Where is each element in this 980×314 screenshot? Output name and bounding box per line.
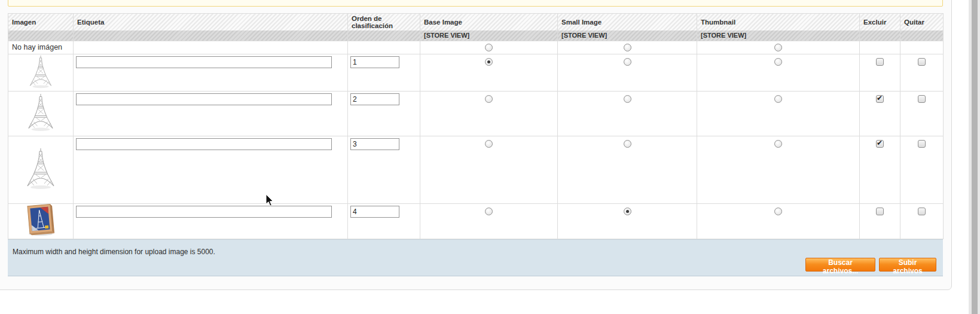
base-image-cell [420,54,558,91]
max-dimension-note: Maximum width and height dimension for u… [13,248,215,256]
base-image-radio[interactable] [485,208,493,215]
exclude-checkbox[interactable] [876,208,884,215]
remove-cell [900,203,944,239]
no-image-cell: No hay imágen [8,41,74,54]
mouse-cursor [265,194,274,207]
exclude-cell [860,91,900,136]
image-cell [8,203,74,239]
store-view-text: [STORE VIEW] [701,32,746,39]
small-image-radio[interactable] [624,140,631,148]
store-view-scope-label: [STORE VIEW] [420,31,558,41]
label-cell [74,91,348,136]
vertical-scrollbar-track[interactable] [969,0,980,314]
exclude-cell [860,203,900,239]
image-row-2 [8,91,944,136]
column-header-etiqueta: Etiqueta [74,14,348,31]
remove-cell [900,136,944,203]
small-image-radio[interactable] [624,208,631,215]
column-header-excluir: Excluir [860,14,900,31]
remove-cell [900,41,944,54]
column-subheader-empty [74,31,348,41]
exclude-cell [860,54,900,91]
base-image-cell [420,203,558,239]
small-image-radio[interactable] [624,44,631,51]
thumbnail-cell [697,136,860,203]
column-header-label: Excluir [863,19,886,26]
image-row-3 [8,136,944,203]
thumbnail-cell [697,203,860,239]
small-image-cell [558,136,697,203]
label-input[interactable] [76,206,332,218]
sort-order-cell [348,54,420,91]
sort-order-input[interactable] [350,206,399,218]
store-view-scope-label: [STORE VIEW] [558,31,697,41]
column-header-label: Small Image [561,19,602,26]
sort-order-cell [348,91,420,136]
sort-order-input[interactable] [350,93,399,105]
remove-checkbox[interactable] [918,140,926,148]
remove-checkbox[interactable] [918,95,926,103]
thumbnail-radio[interactable] [774,95,782,103]
label-cell [74,54,348,91]
sort-order-input[interactable] [350,138,399,150]
image-cell [8,136,74,203]
remove-cell [900,54,944,91]
small-image-cell [558,41,697,54]
upload-footer: Maximum width and height dimension for u… [8,239,943,276]
column-header-label: Etiqueta [77,19,104,26]
sort-order-cell [348,203,420,239]
column-header-orden: Orden de clasificación [348,14,420,31]
base-image-radio[interactable] [485,44,493,51]
exclude-cell [860,136,900,203]
sort-order-input[interactable] [350,56,399,68]
remove-checkbox[interactable] [918,208,926,215]
label-input[interactable] [76,138,332,150]
small-image-cell [558,54,697,91]
sort-order-cell [348,41,420,54]
column-subheader-empty [348,31,420,41]
base-image-cell [420,91,558,136]
upload-files-button[interactable]: Subir archivos [879,258,936,272]
thumbnail-radio[interactable] [774,44,782,51]
product-box-thumbnail [26,204,56,236]
remove-checkbox[interactable] [918,58,926,66]
small-image-radio[interactable] [624,95,631,103]
column-header-base-image: Base Image [420,14,558,31]
label-input[interactable] [76,56,332,68]
column-header-label: Thumbnail [701,19,735,26]
image-cell [8,54,74,91]
column-subheader-empty [860,31,900,41]
label-input[interactable] [76,93,332,105]
column-subheader-empty [900,31,944,41]
browse-files-button[interactable]: Buscar archivos... [805,258,875,272]
product-images-grid: Imagen Etiqueta Orden de clasificación B… [8,13,944,239]
small-image-radio[interactable] [624,58,631,66]
thumbnail-radio[interactable] [774,208,782,215]
thumbnail-cell [697,54,860,91]
column-header-label: Quitar [904,19,924,26]
no-image-row: No hay imágen [8,41,944,54]
eiffel-tower-thumbnail [29,55,53,89]
thumbnail-radio[interactable] [774,140,782,148]
exclude-checkbox[interactable] [876,58,884,66]
label-cell [74,203,348,239]
column-header-thumbnail: Thumbnail [697,14,860,31]
eiffel-tower-thumbnail [25,93,56,132]
small-image-cell [558,91,697,136]
thumbnail-cell [697,91,860,136]
base-image-cell [420,41,558,54]
base-image-radio[interactable] [485,95,493,103]
store-view-text: [STORE VIEW] [424,32,469,39]
column-header-small-image: Small Image [558,14,697,31]
exclude-checkbox[interactable] [876,140,884,148]
thumbnail-radio[interactable] [774,58,782,66]
base-image-radio[interactable] [485,140,493,148]
vertical-scrollbar-thumb[interactable] [972,0,978,314]
image-cell [8,91,74,136]
exclude-checkbox[interactable] [876,95,884,103]
base-image-radio[interactable] [485,58,493,66]
base-image-cell [420,136,558,203]
column-subheader-empty [8,31,74,41]
sort-order-cell [348,136,420,203]
image-row-4 [8,203,944,239]
